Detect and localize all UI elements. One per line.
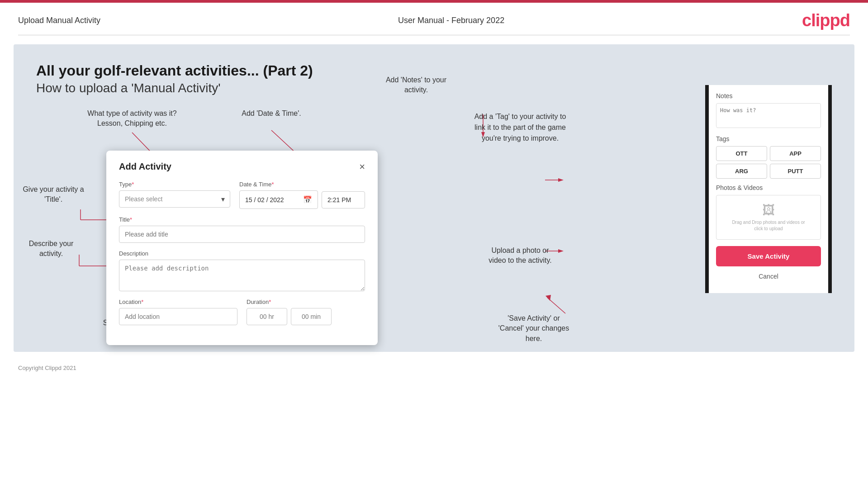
title-input[interactable]: [119, 226, 365, 243]
datetime-group: Date & Time* 📅: [239, 181, 365, 209]
photos-section-label: Photos & Videos: [716, 184, 821, 191]
notes-section-label: Notes: [716, 92, 821, 99]
datetime-label: Date & Time*: [239, 181, 365, 188]
main-content: All your golf-relevant activities... (Pa…: [14, 44, 854, 352]
svg-marker-18: [558, 178, 564, 182]
duration-hours-input[interactable]: [247, 308, 287, 325]
phone-inner: Notes Tags OTT APP ARG PUTT Photos & Vid…: [709, 85, 828, 289]
duration-group: Duration*: [247, 298, 365, 325]
tag-putt[interactable]: PUTT: [770, 164, 821, 179]
annotation-title: Give your activity a 'Title'.: [22, 185, 85, 205]
manual-title: User Manual - February 2022: [398, 16, 504, 25]
location-input[interactable]: [119, 308, 237, 325]
upload-area[interactable]: 🖼 Drag and Drop photos and videos or cli…: [716, 195, 821, 240]
title-group: Title*: [119, 216, 365, 243]
calendar-icon[interactable]: 📅: [303, 195, 312, 204]
location-duration-row: Location* Duration*: [119, 298, 365, 325]
modal-header: Add Activity ×: [119, 161, 365, 172]
type-datetime-row: Type* Please select Date & Time* 📅: [119, 181, 365, 209]
annotation-tag: Add a 'Tag' to your activity to link it …: [470, 111, 570, 144]
save-activity-button[interactable]: Save Activity: [716, 246, 821, 266]
upload-icon: 🖼: [722, 203, 815, 218]
type-label: Type*: [119, 181, 230, 188]
annotation-description: Describe your activity.: [22, 239, 81, 259]
footer: Copyright Clippd 2021: [0, 361, 868, 375]
annotation-upload: Upload a photo or video to the activity.: [470, 246, 570, 266]
annotation-notes: Add 'Notes' to your activity.: [371, 75, 461, 95]
time-input-wrapper: [322, 191, 365, 208]
svg-marker-22: [545, 295, 551, 301]
annotation-save: 'Save Activity' or 'Cancel' your changes…: [470, 313, 597, 344]
location-label: Location*: [119, 298, 237, 305]
title-label: Title*: [119, 216, 365, 223]
annotation-type: What type of activity was it? Lesson, Ch…: [87, 109, 177, 129]
type-group: Type* Please select: [119, 181, 230, 209]
header: Upload Manual Activity User Manual - Feb…: [0, 3, 868, 35]
tags-grid: OTT APP ARG PUTT: [716, 146, 821, 179]
tag-arg[interactable]: ARG: [716, 164, 767, 179]
tags-section-label: Tags: [716, 135, 821, 142]
duration-row: [247, 308, 365, 325]
upload-text: Drag and Drop photos and videos or click…: [722, 219, 815, 232]
page-title: Upload Manual Activity: [18, 16, 100, 25]
type-select[interactable]: Please select: [119, 190, 230, 208]
type-select-wrapper[interactable]: Please select: [119, 190, 230, 208]
location-group: Location*: [119, 298, 237, 325]
annotation-datetime: Add 'Date & Time'.: [231, 109, 312, 118]
svg-line-21: [547, 298, 565, 313]
copyright-text: Copyright Clippd 2021: [18, 365, 76, 371]
modal-title: Add Activity: [119, 161, 171, 172]
tag-app[interactable]: APP: [770, 146, 821, 161]
description-label: Description: [119, 250, 365, 257]
add-activity-modal: Add Activity × Type* Please select Date …: [106, 151, 378, 345]
logo: clippd: [802, 11, 850, 30]
tag-ott[interactable]: OTT: [716, 146, 767, 161]
date-field[interactable]: [245, 196, 299, 204]
modal-close-button[interactable]: ×: [359, 162, 365, 172]
header-divider: [18, 35, 850, 35]
description-group: Description: [119, 250, 365, 291]
date-time-row: 📅: [239, 190, 365, 209]
cancel-link[interactable]: Cancel: [716, 271, 821, 282]
date-input-wrapper: 📅: [239, 190, 318, 209]
phone-panel: Notes Tags OTT APP ARG PUTT Photos & Vid…: [705, 85, 832, 293]
duration-label: Duration*: [247, 298, 365, 305]
time-field[interactable]: [327, 196, 359, 204]
notes-textarea[interactable]: [716, 103, 821, 128]
duration-mins-input[interactable]: [291, 308, 332, 325]
description-textarea[interactable]: [119, 260, 365, 291]
